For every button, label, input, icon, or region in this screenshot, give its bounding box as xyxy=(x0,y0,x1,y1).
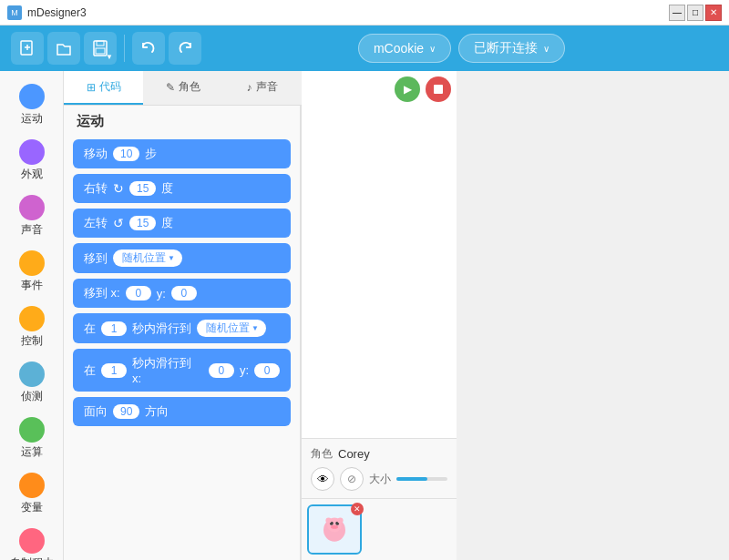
tab-sound[interactable]: ♪ 声音 xyxy=(222,71,302,105)
rotate-left-icon: ↺ xyxy=(113,216,124,230)
block-turn-left-text2: 度 xyxy=(161,215,173,231)
block-glide-value[interactable]: 1 xyxy=(101,321,127,336)
hide-sprite-button[interactable]: ⊘ xyxy=(340,467,364,491)
category-dot-sound xyxy=(19,195,45,220)
block-glide[interactable]: 在1秒内滑行到随机位置 xyxy=(73,313,291,343)
category-label-control: 控制 xyxy=(21,333,43,349)
block-turn-left-value[interactable]: 15 xyxy=(129,216,156,230)
save-button[interactable]: ▼ xyxy=(84,32,117,65)
block-point-value[interactable]: 90 xyxy=(113,404,139,419)
category-dot-variables xyxy=(19,473,45,498)
blocks-panel: 运动 移动10步右转↻15度左转↺15度移到随机位置移到 x:0y:0在1秒内滑… xyxy=(64,106,301,560)
device-name: mCookie xyxy=(374,41,424,56)
category-label-sound: 声音 xyxy=(21,222,43,238)
sound-tab-icon: ♪ xyxy=(247,81,252,94)
block-move-text2: 步 xyxy=(145,146,157,162)
category-item-operators[interactable]: 运算 xyxy=(3,412,61,465)
code-tab-icon: ⊞ xyxy=(87,81,96,94)
sprite-list: ✕ xyxy=(302,499,457,560)
right-panel: ▶ 角色 Corey 👁 ⊘ 大小 xyxy=(302,71,457,560)
stage-controls: ▶ xyxy=(395,76,451,102)
category-label-variables: 变量 xyxy=(21,500,43,515)
block-point-text2: 方向 xyxy=(145,403,169,420)
block-glide-xy[interactable]: 在1秒内滑行到 x:0y:0 xyxy=(73,349,291,392)
category-dot-control xyxy=(19,306,45,331)
block-move-text1: 移动 xyxy=(84,146,108,162)
play-icon: ▶ xyxy=(404,83,412,96)
sprite-controls-row: 👁 ⊘ 大小 xyxy=(311,467,447,491)
block-glide-xy-value[interactable]: 1 xyxy=(101,363,127,378)
rotate-right-icon: ↻ xyxy=(113,181,124,196)
stop-icon xyxy=(434,85,443,94)
block-goto[interactable]: 移到随机位置 xyxy=(73,243,291,273)
show-sprite-button[interactable]: 👁 xyxy=(311,467,334,491)
block-glide-x[interactable]: 0 xyxy=(209,363,234,378)
redo-button[interactable] xyxy=(169,32,201,65)
category-list: 运动 外观 声音 事件 控制 侦测 运算 变量 自制积木 xyxy=(0,71,63,560)
character-tab-icon: ✎ xyxy=(166,81,175,94)
new-button[interactable] xyxy=(11,32,44,65)
block-move-value[interactable]: 10 xyxy=(113,147,139,161)
category-item-motion[interactable]: 运动 xyxy=(3,78,61,132)
block-glide-xy-text3: y: xyxy=(240,363,249,377)
toolbar-divider-1 xyxy=(124,35,125,62)
block-turn-right-text2: 度 xyxy=(161,180,173,197)
blocks-list: 移动10步右转↻15度左转↺15度移到随机位置移到 x:0y:0在1秒内滑行到随… xyxy=(73,139,291,426)
sprite-thumb-corey[interactable]: ✕ xyxy=(307,504,362,555)
tab-character[interactable]: ✎ 角色 xyxy=(143,71,222,105)
character-tab-label: 角色 xyxy=(179,79,200,95)
toolbar: ▼ mCookie ∨ 已断开连接 ∨ xyxy=(0,25,729,71)
device-dropdown[interactable]: mCookie ∨ xyxy=(358,34,451,63)
block-turn-right-value[interactable]: 15 xyxy=(129,181,156,196)
block-glide-y[interactable]: 0 xyxy=(254,363,280,378)
category-dot-looks xyxy=(19,139,45,165)
block-goto-dropdown[interactable]: 随机位置 xyxy=(113,249,182,267)
category-item-variables[interactable]: 变量 xyxy=(3,467,61,521)
block-goto-x[interactable]: 0 xyxy=(126,286,151,300)
block-goto-xy-text1: 移到 x: xyxy=(84,285,120,301)
svg-point-17 xyxy=(325,517,331,523)
svg-point-19 xyxy=(331,524,338,528)
title-bar: M mDesigner3 — □ ✕ xyxy=(0,0,729,25)
category-dot-operators xyxy=(19,417,45,443)
app-icon: M xyxy=(7,5,22,20)
play-button[interactable]: ▶ xyxy=(395,76,420,102)
category-item-events[interactable]: 事件 xyxy=(3,245,61,299)
block-goto-y[interactable]: 0 xyxy=(171,286,197,300)
connection-dropdown[interactable]: 已断开连接 ∨ xyxy=(458,34,565,63)
category-item-control[interactable]: 控制 xyxy=(3,300,61,354)
block-goto-xy[interactable]: 移到 x:0y:0 xyxy=(73,279,291,308)
svg-point-18 xyxy=(337,517,343,523)
undo-button[interactable] xyxy=(132,32,165,65)
minimize-button[interactable]: — xyxy=(669,5,685,21)
sprite-close-button[interactable]: ✕ xyxy=(351,503,364,515)
block-point[interactable]: 面向90方向 xyxy=(73,397,291,426)
block-turn-left[interactable]: 左转↺15度 xyxy=(73,209,291,238)
open-button[interactable] xyxy=(47,32,80,65)
size-slider[interactable] xyxy=(396,477,447,481)
block-move[interactable]: 移动10步 xyxy=(73,139,291,168)
block-glide-xy-text2: 秒内滑行到 x: xyxy=(132,355,203,385)
category-item-looks[interactable]: 外观 xyxy=(3,134,61,188)
tab-code[interactable]: ⊞ 代码 xyxy=(64,71,143,105)
maximize-button[interactable]: □ xyxy=(687,5,703,21)
block-glide-text2: 秒内滑行到 xyxy=(132,321,191,337)
close-button[interactable]: ✕ xyxy=(705,5,722,21)
toolbar-center: mCookie ∨ 已断开连接 ∨ xyxy=(205,34,718,63)
category-item-sensing[interactable]: 侦测 xyxy=(3,356,61,410)
device-arrow-icon: ∨ xyxy=(429,44,436,54)
code-tab-label: 代码 xyxy=(99,79,121,95)
block-turn-right[interactable]: 右转↻15度 xyxy=(73,174,291,203)
eye-icon: 👁 xyxy=(317,473,329,486)
sound-tab-label: 声音 xyxy=(256,79,278,95)
category-item-custom[interactable]: 自制积木 xyxy=(3,523,61,560)
block-turn-left-text1: 左转 xyxy=(84,215,108,231)
block-glide-dropdown[interactable]: 随机位置 xyxy=(197,320,266,337)
category-item-sound[interactable]: 声音 xyxy=(3,189,61,243)
category-label-events: 事件 xyxy=(21,278,43,293)
stop-button[interactable] xyxy=(426,76,451,102)
blocks-title: 运动 xyxy=(73,113,291,130)
svg-rect-5 xyxy=(96,48,105,54)
category-label-operators: 运算 xyxy=(21,444,43,460)
block-goto-xy-text2: y: xyxy=(157,287,166,300)
